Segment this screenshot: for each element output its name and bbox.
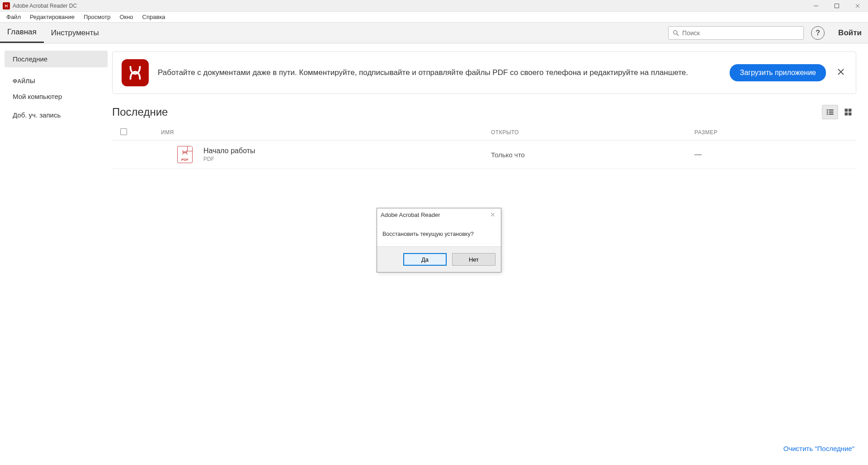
- table-header: ИМЯ ОТКРЫТО РАЗМЕР: [112, 125, 856, 141]
- pdf-file-icon: PDF: [177, 146, 193, 163]
- menu-file[interactable]: Файл: [2, 13, 25, 21]
- svg-rect-1: [835, 4, 839, 8]
- col-size[interactable]: РАЗМЕР: [694, 129, 776, 136]
- svg-rect-10: [827, 112, 828, 113]
- minimize-button[interactable]: [806, 0, 826, 12]
- file-name: Начало работы: [203, 147, 255, 155]
- svg-rect-11: [829, 112, 834, 113]
- search-icon: [672, 29, 679, 37]
- section-title: Последние: [112, 106, 822, 118]
- svg-point-4: [674, 30, 677, 34]
- help-button[interactable]: ?: [811, 26, 825, 40]
- dialog-yes-button[interactable]: Да: [403, 253, 447, 266]
- svg-rect-13: [829, 113, 834, 115]
- acrobat-banner-icon: [122, 59, 149, 86]
- menu-bar: Файл Редактирование Просмотр Окно Справк…: [0, 12, 868, 23]
- dialog-no-button[interactable]: Нет: [452, 253, 495, 266]
- menu-window[interactable]: Окно: [115, 13, 137, 21]
- file-size: —: [694, 150, 776, 159]
- col-name[interactable]: ИМЯ: [161, 129, 491, 136]
- acrobat-app-icon: [3, 2, 10, 9]
- clear-recent-link[interactable]: Очистить "Последние": [783, 445, 854, 452]
- svg-line-5: [677, 34, 679, 36]
- svg-rect-12: [827, 113, 828, 115]
- tab-home[interactable]: Главная: [0, 23, 44, 43]
- menu-edit[interactable]: Редактирование: [25, 13, 79, 21]
- signin-link[interactable]: Войти: [838, 28, 862, 38]
- svg-rect-8: [827, 109, 828, 111]
- banner-text: Работайте с документами даже в пути. Ком…: [158, 67, 721, 79]
- banner-download-button[interactable]: Загрузить приложение: [730, 64, 826, 81]
- banner-close-icon[interactable]: [835, 66, 847, 80]
- tab-tools[interactable]: Инструменты: [44, 23, 106, 43]
- search-box[interactable]: [668, 26, 804, 40]
- search-input[interactable]: [682, 29, 800, 37]
- grid-view-button[interactable]: [840, 105, 856, 119]
- file-opened: Только что: [491, 151, 694, 159]
- svg-rect-15: [849, 109, 852, 112]
- file-ext-label: PDF: [181, 158, 189, 162]
- sidebar-item-recent[interactable]: Последние: [5, 51, 108, 67]
- menu-help[interactable]: Справка: [138, 13, 170, 21]
- sidebar-item-my-computer[interactable]: Мой компьютер: [5, 88, 108, 105]
- svg-rect-9: [829, 109, 834, 111]
- window-titlebar: Adobe Acrobat Reader DC: [0, 0, 868, 12]
- top-bar: Главная Инструменты ? Войти: [0, 23, 868, 43]
- restore-install-dialog: Adobe Acrobat Reader ✕ Восстановить теку…: [377, 208, 501, 272]
- sidebar: Последние ФАЙЛЫ Мой компьютер Доб. уч. з…: [0, 43, 112, 465]
- file-type: PDF: [203, 156, 255, 162]
- dialog-close-icon[interactable]: ✕: [488, 211, 497, 218]
- svg-rect-16: [845, 113, 848, 116]
- sidebar-heading-files: ФАЙЛЫ: [0, 69, 112, 88]
- svg-rect-14: [845, 109, 848, 112]
- table-row[interactable]: PDF Начало работы PDF Только что —: [112, 141, 856, 169]
- dialog-title: Adobe Acrobat Reader: [381, 211, 440, 218]
- dialog-titlebar: Adobe Acrobat Reader ✕: [377, 208, 501, 221]
- promo-banner: Работайте с документами даже в пути. Ком…: [112, 52, 856, 94]
- select-all-checkbox[interactable]: [120, 128, 127, 135]
- window-title: Adobe Acrobat Reader DC: [13, 3, 77, 9]
- menu-view[interactable]: Просмотр: [79, 13, 115, 21]
- close-button[interactable]: [847, 0, 868, 12]
- view-toggle: [822, 105, 856, 119]
- svg-rect-17: [849, 113, 852, 116]
- recent-files-table: ИМЯ ОТКРЫТО РАЗМЕР PDF Начало работы PDF: [112, 125, 856, 169]
- list-view-button[interactable]: [822, 105, 838, 119]
- maximize-button[interactable]: [826, 0, 847, 12]
- dialog-message: Восстановить текущую установку?: [377, 221, 501, 246]
- sidebar-item-add-account[interactable]: Доб. уч. запись: [5, 107, 108, 123]
- col-opened[interactable]: ОТКРЫТО: [491, 129, 694, 136]
